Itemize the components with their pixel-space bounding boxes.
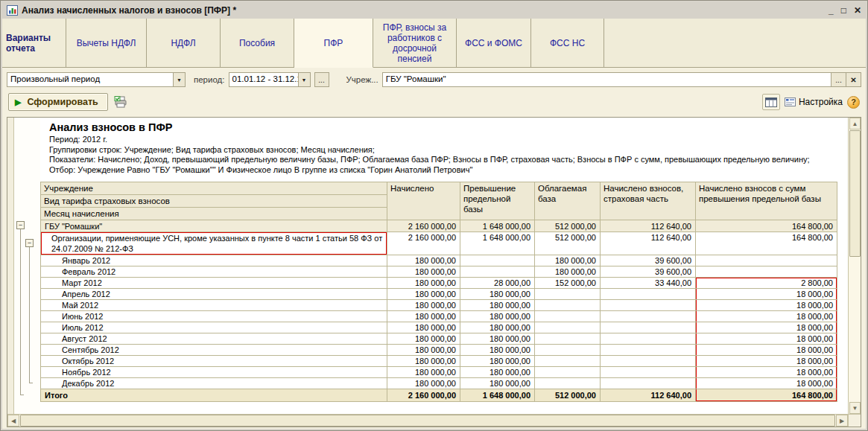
row-value[interactable]: 180 000,00: [460, 378, 535, 389]
row-value[interactable]: [460, 255, 535, 266]
row-value[interactable]: 1 648 000,00: [460, 232, 535, 255]
row-value[interactable]: 152 000,00: [535, 278, 601, 289]
row-value[interactable]: 18 000,00: [696, 289, 837, 300]
table-row[interactable]: Апрель 2012180 000,00180 000,0018 000,00: [41, 289, 837, 300]
row-value[interactable]: [535, 378, 601, 389]
row-label[interactable]: Октябрь 2012: [41, 356, 387, 367]
tab-3[interactable]: НДФЛ: [147, 19, 221, 68]
chevron-down-icon[interactable]: ▼: [298, 73, 310, 86]
print-icon[interactable]: [114, 96, 128, 109]
row-label[interactable]: Январь 2012: [41, 255, 387, 266]
tab-7[interactable]: ФСС и ФОМС: [457, 19, 531, 68]
row-value[interactable]: 18 000,00: [696, 356, 837, 367]
horizontal-scrollbar[interactable]: ◀ ▶: [7, 414, 848, 427]
row-value[interactable]: 180 000,00: [387, 289, 460, 300]
row-value[interactable]: 180 000,00: [387, 266, 460, 278]
row-value[interactable]: 180 000,00: [535, 255, 601, 266]
horizontal-scroll-thumb[interactable]: [20, 415, 835, 427]
table-row[interactable]: Февраль 2012180 000,00180 000,0039 600,0…: [41, 266, 837, 278]
row-value[interactable]: 164 800,00: [696, 220, 837, 232]
row-value[interactable]: 180 000,00: [460, 311, 535, 322]
row-value[interactable]: 18 000,00: [696, 311, 837, 322]
row-value[interactable]: [535, 289, 601, 300]
table-row[interactable]: Ноябрь 2012180 000,00180 000,0018 000,00: [41, 367, 837, 378]
row-value[interactable]: 180 000,00: [387, 367, 460, 378]
table-row[interactable]: Июль 2012180 000,00180 000,0018 000,00: [41, 322, 837, 333]
table-row[interactable]: Июнь 2012180 000,00180 000,0018 000,00: [41, 311, 837, 322]
row-value[interactable]: [696, 266, 837, 278]
row-value[interactable]: [601, 345, 696, 356]
row-label[interactable]: Сентябрь 2012: [41, 345, 387, 356]
row-value[interactable]: 18 000,00: [696, 322, 837, 333]
row-value[interactable]: 180 000,00: [460, 289, 535, 300]
tab-1[interactable]: Варианты отчета: [2, 19, 66, 68]
row-value[interactable]: 180 000,00: [387, 300, 460, 311]
period-range-select[interactable]: 01.01.12 - 31.12.12 ▼: [229, 72, 311, 87]
row-label[interactable]: Итого: [41, 389, 387, 402]
scroll-up-icon[interactable]: ▲: [849, 118, 861, 130]
row-value[interactable]: 1 648 000,00: [460, 389, 535, 402]
row-value[interactable]: [535, 322, 601, 333]
chevron-down-icon[interactable]: ▼: [173, 73, 185, 86]
tab-8[interactable]: ФСС НС: [531, 19, 604, 68]
row-value[interactable]: 180 000,00: [535, 266, 601, 278]
row-value[interactable]: 164 800,00: [696, 389, 837, 402]
row-value[interactable]: 180 000,00: [387, 356, 460, 367]
row-value[interactable]: [696, 255, 837, 266]
institution-more-button[interactable]: ...: [831, 72, 846, 87]
row-value[interactable]: 112 640,00: [601, 220, 696, 232]
row-label[interactable]: Февраль 2012: [41, 266, 387, 278]
maximize-button[interactable]: □: [841, 6, 846, 15]
row-value[interactable]: [535, 311, 601, 322]
table-row[interactable]: ГБУ "Ромашки"2 160 000,001 648 000,00512…: [41, 220, 837, 232]
table-row[interactable]: Октябрь 2012180 000,00180 000,0018 000,0…: [41, 356, 837, 367]
row-value[interactable]: [601, 333, 696, 345]
row-value[interactable]: [460, 266, 535, 278]
row-value[interactable]: 180 000,00: [460, 322, 535, 333]
row-value[interactable]: 1 648 000,00: [460, 220, 535, 232]
table-row[interactable]: Январь 2012180 000,00180 000,0039 600,00: [41, 255, 837, 266]
row-value[interactable]: [535, 345, 601, 356]
row-value[interactable]: 180 000,00: [387, 255, 460, 266]
collapse-subgroup-button[interactable]: −: [25, 239, 34, 247]
table-row[interactable]: Организации, применяющие УСН, кроме указ…: [41, 232, 837, 255]
tab-5[interactable]: ПФР: [294, 19, 373, 68]
scroll-right-icon[interactable]: ▶: [836, 415, 848, 427]
row-value[interactable]: 180 000,00: [387, 345, 460, 356]
row-value[interactable]: [535, 300, 601, 311]
row-label[interactable]: Май 2012: [41, 300, 387, 311]
row-value[interactable]: [601, 300, 696, 311]
tab-4[interactable]: Пособия: [221, 19, 294, 68]
row-value[interactable]: 180 000,00: [387, 378, 460, 389]
row-value[interactable]: [535, 367, 601, 378]
row-value[interactable]: [601, 289, 696, 300]
close-button[interactable]: ✕: [854, 6, 861, 15]
row-value[interactable]: [601, 367, 696, 378]
row-label[interactable]: Ноябрь 2012: [41, 367, 387, 378]
row-value[interactable]: [601, 378, 696, 389]
settings-button[interactable]: Настройка: [785, 97, 843, 107]
tab-6[interactable]: ПФР, взносы за работников с досрочной пе…: [373, 19, 457, 68]
scroll-down-icon[interactable]: ▼: [849, 402, 861, 414]
row-value[interactable]: 28 000,00: [460, 278, 535, 289]
table-row[interactable]: Декабрь 2012180 000,00180 000,0018 000,0…: [41, 378, 837, 389]
table-row[interactable]: Сентябрь 2012180 000,00180 000,0018 000,…: [41, 345, 837, 356]
table-view-button[interactable]: [762, 94, 780, 110]
table-row[interactable]: Итого2 160 000,001 648 000,00512 000,001…: [41, 389, 837, 402]
row-label[interactable]: Декабрь 2012: [41, 378, 387, 389]
row-value[interactable]: 112 640,00: [601, 232, 696, 255]
row-value[interactable]: 2 160 000,00: [387, 220, 460, 232]
institution-field[interactable]: ГБУ "Ромашки": [382, 72, 831, 87]
table-row[interactable]: Март 2012180 000,0028 000,00152 000,0033…: [41, 278, 837, 289]
row-value[interactable]: 33 440,00: [601, 278, 696, 289]
row-label[interactable]: Август 2012: [41, 333, 387, 345]
row-value[interactable]: 18 000,00: [696, 345, 837, 356]
row-value[interactable]: [535, 356, 601, 367]
period-more-button[interactable]: ...: [314, 72, 329, 87]
collapse-group-button[interactable]: −: [16, 221, 25, 229]
row-value[interactable]: 18 000,00: [696, 367, 837, 378]
row-value[interactable]: 39 600,00: [601, 255, 696, 266]
minimize-button[interactable]: _: [829, 6, 834, 15]
tab-2[interactable]: Вычеты НДФЛ: [66, 19, 147, 68]
vertical-scrollbar[interactable]: ▲ ▼: [848, 118, 861, 414]
